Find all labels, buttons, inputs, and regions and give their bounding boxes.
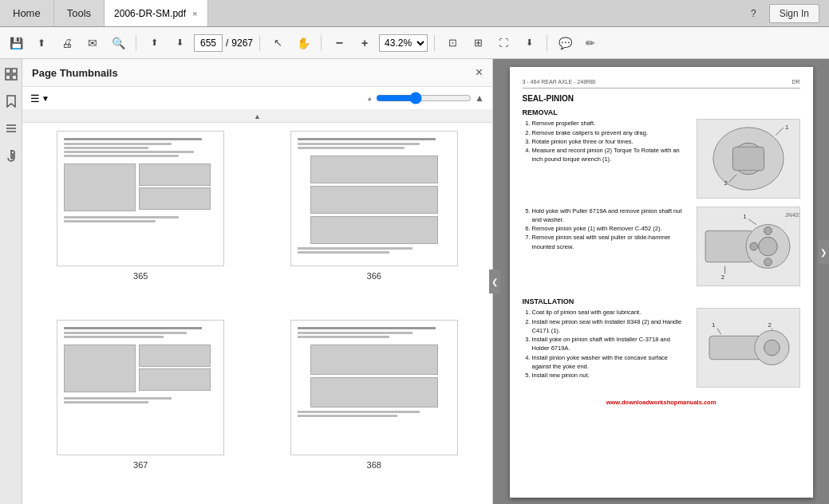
- search-icon: 🔍: [112, 37, 125, 49]
- panel-close-button[interactable]: ×: [476, 65, 483, 80]
- close-tab-button[interactable]: ×: [192, 9, 197, 18]
- top-right-buttons: ? Sign In: [741, 0, 829, 26]
- pdf-step-6: Remove pinion yoke (1) with Remover C-45…: [532, 224, 689, 233]
- page-sim-366: [291, 132, 457, 266]
- pdf-removal-list-2: Hold yoke with Puller 6719A and remove p…: [523, 207, 689, 251]
- view-options-button[interactable]: ☰ ▼: [30, 93, 49, 104]
- email-icon: ✉: [88, 37, 97, 49]
- dropdown-icon: ▼: [41, 94, 49, 103]
- zoom-select[interactable]: 43.2% 50% 75% 100%: [379, 34, 428, 52]
- scroll-up-button[interactable]: ⬆: [143, 32, 165, 54]
- svg-rect-2: [6, 75, 10, 80]
- page-sim-368: [291, 321, 457, 455]
- svg-rect-13: [732, 148, 764, 171]
- svg-text:JN403-19: JN403-19: [785, 211, 800, 217]
- thumbnail-367[interactable]: 367: [30, 320, 251, 496]
- svg-text:1: 1: [785, 124, 788, 131]
- pdf-page-header: 3 - 464 REAR AXLE - 248RBI DR: [523, 78, 800, 89]
- page-separator: /: [226, 37, 228, 49]
- separator-4: [434, 35, 435, 51]
- help-icon[interactable]: ?: [751, 8, 756, 19]
- pdf-removal-section: Remove propeller shaft. Remove brake cal…: [523, 119, 800, 201]
- tab-bar: Home Tools 2006-DR-SM.pdf × ? Sign In: [0, 0, 829, 27]
- full-screen-button[interactable]: ⛶: [492, 32, 515, 54]
- fit-width-button[interactable]: ⊞: [467, 32, 489, 54]
- pdf-page: 3 - 464 REAR AXLE - 248RBI DR SEAL-PINIO…: [510, 67, 813, 498]
- tab-pdf[interactable]: 2006-DR-SM.pdf ×: [105, 0, 207, 26]
- save-button[interactable]: 💾: [5, 32, 27, 54]
- hand-icon: ✋: [297, 37, 310, 49]
- pdf-inst-step-3: Install yoke on pinion shaft with Instal…: [532, 335, 689, 353]
- comment-button[interactable]: 💬: [554, 32, 576, 54]
- print-button[interactable]: 🖨: [56, 32, 78, 54]
- pdf-inst-step-1: Coat lip of pinion seal with gear lubric…: [532, 308, 689, 317]
- sidebar-thumbnail-button[interactable]: [2, 65, 20, 83]
- pdf-section-title: SEAL-PINION: [523, 93, 800, 104]
- print-icon: 🖨: [61, 37, 73, 49]
- thumbnail-label-368: 368: [367, 460, 381, 470]
- save-icon: 💾: [10, 37, 23, 49]
- pdf-removal-image-1: 1 2: [697, 119, 800, 201]
- tab-tools[interactable]: Tools: [54, 0, 105, 26]
- sidebar-attachments-button[interactable]: [2, 147, 20, 164]
- zoom-in-button[interactable]: +: [353, 32, 376, 54]
- thumbnail-368[interactable]: 368: [264, 320, 485, 496]
- fit-page-button[interactable]: ⊡: [441, 32, 464, 54]
- hand-tool-button[interactable]: ✋: [292, 32, 314, 54]
- svg-line-9: [776, 128, 784, 136]
- pen-button[interactable]: ✏: [579, 32, 602, 54]
- svg-point-17: [764, 226, 772, 234]
- panel-collapse-button[interactable]: ❮: [489, 270, 500, 293]
- thumbnail-365[interactable]: 365: [30, 131, 251, 307]
- size-slider[interactable]: [376, 92, 472, 104]
- thumbnail-label-367: 367: [133, 460, 148, 470]
- cursor-tool-button[interactable]: ↖: [266, 32, 289, 54]
- fit-page-icon: ⊡: [448, 37, 457, 49]
- pdf-view[interactable]: 3 - 464 REAR AXLE - 248RBI DR SEAL-PINIO…: [493, 59, 829, 504]
- search-button[interactable]: 🔍: [107, 32, 129, 54]
- sidebar-layers-button[interactable]: [2, 120, 20, 137]
- thumbnail-366[interactable]: 366: [264, 131, 485, 307]
- upload-button[interactable]: ⬆: [30, 32, 53, 54]
- panel-toolbar: ☰ ▼ ▲ ▲: [22, 87, 492, 110]
- main-layout: Page Thumbnails × ☰ ▼ ▲ ▲ ▲: [0, 59, 829, 504]
- separator-2: [259, 35, 260, 51]
- separator-1: [136, 35, 136, 51]
- svg-text:2: 2: [724, 180, 727, 187]
- sidebar-bookmarks-button[interactable]: [2, 93, 20, 110]
- pdf-next-icon: ❯: [820, 248, 827, 257]
- panel-arrow-icon: ❮: [491, 278, 498, 286]
- panel-scroll-up-icon: ▲: [254, 112, 261, 120]
- svg-text:2: 2: [720, 274, 724, 281]
- svg-text:1: 1: [711, 321, 714, 329]
- scroll-down-button[interactable]: ⬇: [168, 32, 191, 54]
- scroll-down-icon: ⬇: [176, 37, 184, 48]
- pdf-installation-section: Coat lip of pinion seal with gear lubric…: [523, 308, 800, 390]
- pdf-removal-text-2: Hold yoke with Puller 6719A and remove p…: [523, 207, 689, 289]
- toolbar: 💾 ⬆ 🖨 ✉ 🔍 ⬆ ⬇ / 9267 ↖ ✋ − + 43.2% 50% 7…: [0, 27, 829, 59]
- zoom-out-button[interactable]: −: [328, 32, 350, 54]
- svg-text:1: 1: [743, 212, 746, 219]
- svg-line-20: [748, 219, 756, 224]
- pdf-step-1: Remove propeller shaft.: [532, 119, 689, 128]
- panel-scroll-up[interactable]: ▲: [22, 110, 492, 123]
- svg-point-18: [764, 258, 772, 266]
- email-button[interactable]: ✉: [81, 32, 104, 54]
- pdf-next-page-button[interactable]: ❯: [818, 240, 829, 264]
- pdf-step-3: Rotate pinion yoke three or four times.: [532, 137, 689, 146]
- fit-width-icon: ⊞: [474, 37, 483, 49]
- page-sim-365: [57, 132, 223, 266]
- comment-icon: 💬: [559, 37, 572, 49]
- signin-button[interactable]: Sign In: [769, 4, 819, 23]
- pen-icon: ✏: [586, 37, 595, 49]
- tab-spacer: [208, 0, 741, 26]
- tab-home[interactable]: Home: [0, 0, 54, 26]
- svg-point-16: [758, 237, 777, 256]
- pdf-removal-list: Remove propeller shaft. Remove brake cal…: [523, 119, 689, 163]
- page-number-input[interactable]: [194, 34, 223, 52]
- pdf-header-right: DR: [791, 78, 799, 86]
- thumbnail-img-366: [290, 131, 458, 266]
- svg-line-28: [716, 329, 720, 335]
- zoom-out-icon: −: [335, 36, 342, 50]
- download-button[interactable]: ⬇: [518, 32, 540, 54]
